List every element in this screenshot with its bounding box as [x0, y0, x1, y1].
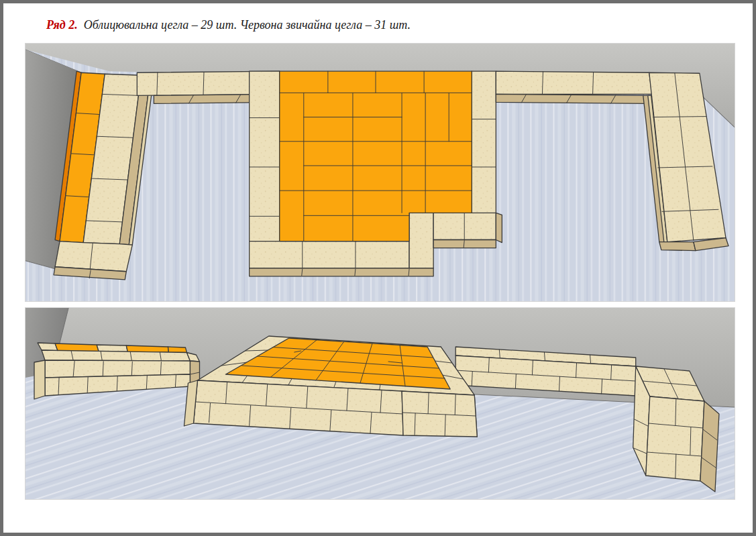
- step-side-face: [496, 213, 502, 242]
- return-front-face: [646, 396, 704, 481]
- red-brick-top: [126, 345, 168, 352]
- right-facing-border: [472, 71, 496, 213]
- corner-facing-bricks: [55, 242, 132, 272]
- caption-text: Облицювальна цегла – 29 шт. Червона звич…: [84, 18, 411, 32]
- page-title: Ряд 2.Облицювальна цегла – 29 шт. Червон…: [46, 18, 411, 32]
- leg-end-face: [659, 242, 696, 251]
- perspective-view-figure: [25, 307, 735, 500]
- facing-brick-row: [496, 71, 651, 94]
- row-label: Ряд 2.: [46, 18, 78, 32]
- step-facing-row: [433, 213, 496, 239]
- perspective-view-scene: [25, 308, 735, 499]
- left-facing-border: [250, 71, 280, 241]
- platform-front-right: [402, 391, 477, 437]
- bottom-facing-border: [250, 242, 409, 268]
- wall-end-face: [34, 360, 45, 399]
- step-front-face: [433, 240, 496, 248]
- step-facing-brick: [409, 213, 433, 268]
- red-brick-top: [168, 347, 186, 353]
- right-brick-run: [496, 71, 651, 103]
- plan-view-figure: [25, 43, 735, 302]
- bottom-front-face: [250, 268, 434, 276]
- inner-face-band: [496, 94, 647, 103]
- facing-course-top: [42, 350, 190, 361]
- plan-view-scene: [25, 44, 735, 301]
- document-page: Ряд 2.Облицювальна цегла – 29 шт. Червон…: [0, 0, 756, 536]
- central-platform: [250, 71, 502, 276]
